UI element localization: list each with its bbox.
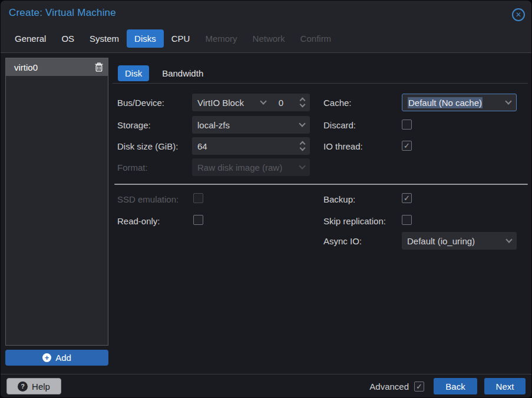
check-icon: ✓	[416, 382, 422, 391]
back-button[interactable]: Back	[434, 378, 477, 394]
help-button-label: Help	[32, 382, 50, 392]
advanced-label: Advanced	[369, 382, 409, 392]
io-thread-checkbox[interactable]: ✓	[402, 141, 412, 151]
storage-combo[interactable]: local-zfs	[192, 116, 310, 134]
footer-actions: Advanced ✓ Back Next	[369, 378, 526, 394]
async-io-label: Async IO:	[323, 236, 362, 246]
tab-general[interactable]: General	[7, 29, 54, 48]
async-io-value: Default (io_uring)	[407, 236, 475, 246]
list-item-virtio0[interactable]: virtio0	[6, 58, 108, 76]
cache-combo[interactable]: Default (No cache)	[402, 94, 517, 111]
content-area: virtio0 + Add Disk Bandwidth	[1, 52, 531, 397]
ssd-emulation-checkbox	[193, 193, 203, 203]
cache-label: Cache:	[323, 98, 352, 108]
help-button[interactable]: ? Help	[6, 378, 61, 394]
backup-checkbox[interactable]: ✓	[402, 193, 412, 203]
backup-label: Backup:	[323, 194, 355, 204]
bus-device-number[interactable]: 0	[279, 98, 283, 108]
read-only-label: Read-only:	[117, 216, 160, 226]
disk-form: Bus/Device: VirtIO Block 0 Cache: Defaul…	[117, 53, 530, 371]
check-icon: ✓	[404, 141, 410, 150]
bus-device-combo[interactable]: VirtIO Block 0	[192, 94, 310, 111]
advanced-separator	[114, 184, 528, 185]
create-vm-dialog: Create: Virtual Machine ✕ General OS Sys…	[1, 1, 531, 397]
storage-label: Storage:	[117, 120, 151, 130]
advanced-checkbox[interactable]: ✓	[414, 382, 424, 392]
tab-disks[interactable]: Disks	[127, 29, 164, 48]
cache-value: Default (No cache)	[408, 97, 483, 108]
tab-network: Network	[245, 29, 293, 48]
bus-device-label: Bus/Device:	[117, 98, 164, 108]
async-io-combo[interactable]: Default (io_uring)	[402, 232, 517, 250]
disk-list-panel: virtio0	[5, 58, 108, 346]
help-icon: ?	[18, 382, 28, 392]
bus-device-value: VirtIO Block	[197, 98, 244, 108]
discard-checkbox[interactable]	[402, 120, 412, 130]
close-icon[interactable]: ✕	[512, 8, 525, 21]
format-combo: Raw disk image (raw)	[192, 158, 310, 176]
format-label: Format:	[117, 162, 148, 173]
chevron-down-icon[interactable]	[260, 98, 266, 104]
disk-size-label: Disk size (GiB):	[117, 141, 178, 151]
trash-icon[interactable]	[95, 62, 103, 72]
dialog-title: Create: Virtual Machine	[9, 7, 116, 19]
wizard-tabs: General OS System Disks CPU Memory Netwo…	[7, 29, 339, 48]
chevron-down-icon[interactable]	[505, 98, 511, 104]
spinner-icon[interactable]	[300, 98, 305, 107]
next-button[interactable]: Next	[484, 378, 526, 394]
footer-separator	[1, 374, 531, 374]
format-value: Raw disk image (raw)	[197, 162, 282, 173]
chevron-down-icon[interactable]	[505, 236, 512, 243]
add-button-label: Add	[55, 353, 71, 363]
tab-os[interactable]: OS	[54, 29, 82, 48]
io-thread-label: IO thread:	[323, 141, 363, 151]
spinner-icon[interactable]	[300, 142, 305, 150]
ssd-emulation-label: SSD emulation:	[117, 194, 179, 204]
skip-replication-checkbox[interactable]	[402, 215, 412, 225]
storage-value: local-zfs	[197, 120, 230, 130]
tab-memory: Memory	[197, 29, 244, 48]
disk-size-spinner[interactable]: 64	[192, 137, 310, 155]
disk-item-label: virtio0	[14, 62, 95, 72]
check-icon: ✓	[404, 194, 410, 203]
chevron-down-icon	[299, 162, 305, 169]
plus-icon: +	[42, 353, 51, 362]
chevron-down-icon[interactable]	[299, 120, 305, 127]
read-only-checkbox[interactable]	[193, 215, 203, 225]
skip-replication-label: Skip replication:	[323, 216, 386, 226]
add-disk-button[interactable]: + Add	[5, 350, 108, 366]
disk-size-value: 64	[197, 141, 207, 151]
tab-confirm: Confirm	[293, 29, 339, 48]
tab-system[interactable]: System	[82, 29, 127, 48]
tab-cpu[interactable]: CPU	[164, 29, 198, 48]
discard-label: Discard:	[323, 120, 356, 130]
